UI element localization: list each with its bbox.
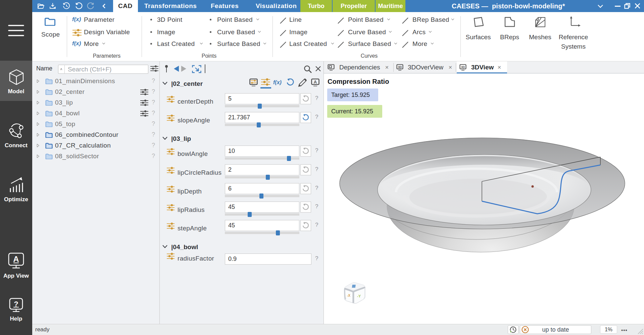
- svg-text:A: A: [13, 255, 19, 264]
- svg-text:-Y: -Y: [357, 294, 361, 298]
- svg-text:-X: -X: [347, 294, 350, 297]
- svg-text:A: A: [314, 79, 317, 85]
